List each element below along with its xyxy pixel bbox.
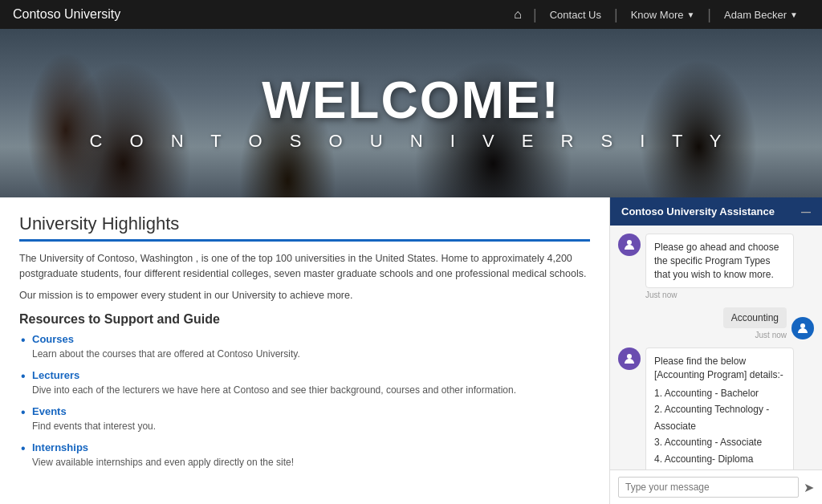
user-message-1-text: Accounting bbox=[731, 312, 779, 323]
send-icon: ➤ bbox=[804, 480, 814, 495]
user-avatar bbox=[791, 317, 814, 339]
divider-2: | bbox=[614, 6, 618, 23]
section-title: University Highlights bbox=[19, 213, 590, 234]
accounting-item-1: 1. Accounting - Bachelor bbox=[654, 385, 785, 401]
svg-point-0 bbox=[627, 240, 632, 245]
bot-avatar-1 bbox=[618, 234, 641, 256]
svg-point-2 bbox=[627, 354, 632, 359]
hero-subtitle-text: C O N T O S O U N I V E R S I T Y bbox=[89, 131, 732, 152]
user-bubble-1: Accounting bbox=[723, 307, 787, 328]
divider-3: | bbox=[707, 6, 711, 23]
bot-message-2-intro: Please find the below [Accounting Progra… bbox=[654, 355, 785, 382]
chat-panel: Contoso University Assistance — Please g… bbox=[609, 197, 822, 504]
user-message-1: Accounting Just now bbox=[618, 307, 814, 339]
content-area: University Highlights The University of … bbox=[0, 197, 609, 504]
home-icon[interactable]: ⌂ bbox=[504, 7, 531, 22]
chat-messages[interactable]: Please go ahead and choose the specific … bbox=[610, 226, 822, 469]
accounting-item-3: 3. Accounting - Associate bbox=[654, 434, 785, 450]
courses-desc: Learn about the courses that are offered… bbox=[32, 348, 300, 360]
user-message-1-timestamp: Just now bbox=[755, 331, 787, 339]
chat-minimize-button[interactable]: — bbox=[801, 206, 811, 217]
navbar-brand: Contoso University bbox=[13, 7, 120, 22]
courses-link[interactable]: Courses bbox=[32, 333, 590, 345]
navbar-links: ⌂ | Contact Us | Know More ▼ | Adam Beck… bbox=[504, 6, 809, 23]
bot-message-2: Please find the below [Accounting Progra… bbox=[618, 348, 814, 469]
internships-link[interactable]: Internships bbox=[32, 441, 590, 453]
resource-item-courses: Courses Learn about the courses that are… bbox=[32, 333, 590, 361]
hero-welcome-text: WELCOME! bbox=[89, 75, 732, 126]
lecturers-desc: Dive into each of the lecturers we have … bbox=[32, 384, 516, 396]
resource-item-events: Events Find events that interest you. bbox=[32, 405, 590, 433]
accounting-list: 1. Accounting - Bachelor 2. Accounting T… bbox=[654, 385, 785, 469]
user-bubble-wrap: Accounting Just now bbox=[723, 307, 787, 339]
bot-avatar-2 bbox=[618, 348, 641, 370]
chat-send-button[interactable]: ➤ bbox=[804, 480, 814, 495]
chat-input-area: ➤ bbox=[610, 469, 822, 504]
resource-list: Courses Learn about the courses that are… bbox=[19, 333, 590, 469]
main-container: University Highlights The University of … bbox=[0, 197, 822, 504]
accounting-item-2: 2. Accounting Technology - Associate bbox=[654, 401, 785, 434]
user-caret: ▼ bbox=[790, 10, 798, 19]
events-desc: Find events that interest you. bbox=[32, 421, 156, 432]
bot-message-1-timestamp: Just now bbox=[645, 291, 794, 299]
description-1: The University of Contoso, Washington , … bbox=[19, 251, 590, 282]
lecturers-link[interactable]: Lecturers bbox=[32, 369, 590, 381]
nav-user-menu[interactable]: Adam Becker ▼ bbox=[713, 9, 809, 21]
bot-bubble-2: Please find the below [Accounting Progra… bbox=[645, 348, 794, 469]
chat-header: Contoso University Assistance — bbox=[610, 197, 822, 226]
navbar: Contoso University ⌂ | Contact Us | Know… bbox=[0, 0, 822, 29]
resource-item-internships: Internships View available internships a… bbox=[32, 441, 590, 469]
internships-desc: View available internships and even appl… bbox=[32, 457, 294, 468]
bot-message-1-text: Please go ahead and choose the specific … bbox=[654, 242, 779, 280]
svg-point-1 bbox=[800, 323, 805, 328]
description-2: Our mission is to empower every student … bbox=[19, 288, 590, 303]
chat-header-title: Contoso University Assistance bbox=[621, 205, 775, 217]
events-link[interactable]: Events bbox=[32, 405, 590, 417]
nav-know-more[interactable]: Know More ▼ bbox=[620, 9, 706, 21]
hero-section: WELCOME! C O N T O S O U N I V E R S I T… bbox=[0, 29, 822, 197]
resources-title: Resources to Support and Guide bbox=[19, 312, 590, 327]
accounting-item-4: 4. Accounting- Diploma bbox=[654, 451, 785, 467]
bot-message-1: Please go ahead and choose the specific … bbox=[618, 234, 814, 299]
know-more-caret: ▼ bbox=[686, 10, 694, 19]
resource-item-lecturers: Lecturers Dive into each of the lecturer… bbox=[32, 369, 590, 397]
nav-contact-us[interactable]: Contact Us bbox=[539, 9, 612, 21]
divider-1: | bbox=[533, 6, 537, 23]
bot-bubble-1: Please go ahead and choose the specific … bbox=[645, 234, 794, 299]
chat-input[interactable] bbox=[618, 477, 799, 498]
hero-text: WELCOME! C O N T O S O U N I V E R S I T… bbox=[89, 75, 732, 152]
section-underline bbox=[19, 239, 590, 242]
